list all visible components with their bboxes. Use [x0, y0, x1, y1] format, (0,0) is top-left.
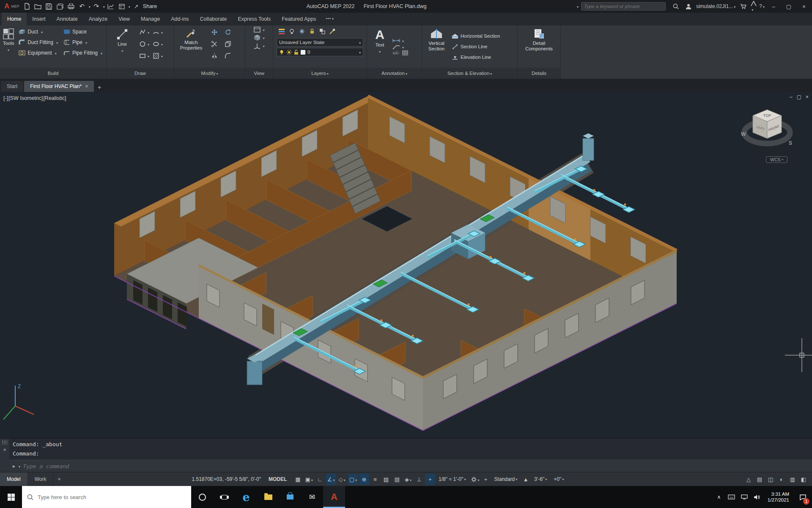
transparency-icon[interactable]: ▨	[381, 474, 391, 485]
view-panel-label[interactable]: View	[245, 68, 273, 79]
annotation-panel-label[interactable]: Annotation	[367, 68, 422, 79]
modify-panel-label[interactable]: Modify	[174, 68, 245, 79]
window-close-button[interactable]: ×	[798, 1, 810, 12]
more-tabs-button[interactable]	[321, 12, 337, 25]
autocad-taskbar-button[interactable]: A	[323, 486, 345, 508]
draw-panel-label[interactable]: Draw	[107, 68, 174, 79]
layer-thaw-sun-icon[interactable]	[286, 50, 292, 55]
detail-components-button[interactable]: Detail Components	[523, 26, 556, 67]
save-all-icon[interactable]	[55, 1, 65, 11]
layer-dropdown[interactable]: 0	[277, 48, 363, 56]
command-input-row[interactable]: ▸	[9, 460, 812, 472]
redo-dropdown-icon[interactable]	[102, 3, 105, 9]
undo-icon[interactable]: ↶	[77, 1, 87, 11]
clean-screen-icon[interactable]: ◧	[798, 474, 809, 485]
quick-access-dropdown-icon[interactable]	[128, 3, 130, 9]
rectangle-button[interactable]	[139, 52, 149, 59]
dynamic-input-icon[interactable]: +	[425, 474, 435, 485]
build-panel-label[interactable]: Build	[0, 68, 106, 79]
ribbon-tab-featured-apps[interactable]: Featured Apps	[276, 13, 321, 25]
touch-keyboard-button[interactable]	[725, 486, 738, 508]
mirror-button[interactable]	[211, 52, 218, 59]
rotate-button[interactable]	[225, 29, 231, 36]
viewcube-south-label[interactable]: S	[789, 140, 792, 146]
trim-button[interactable]	[211, 41, 218, 47]
viewport-restore-icon[interactable]: ▢	[797, 94, 801, 100]
window-restore-button[interactable]: ▢	[782, 1, 795, 12]
dimension-button[interactable]	[392, 38, 408, 44]
viewcube-west-label[interactable]: W	[741, 131, 746, 137]
layout-tab-work[interactable]: Work	[28, 472, 54, 486]
match-properties-button[interactable]: Match Properties	[176, 26, 206, 67]
drawing-canvas[interactable]	[0, 92, 812, 438]
signed-in-user[interactable]: simulate.02JI1...	[696, 3, 735, 9]
viewport-minimize-icon[interactable]: –	[790, 94, 793, 100]
text-button[interactable]: A Text	[369, 26, 391, 67]
task-view-button[interactable]	[213, 486, 235, 508]
pipe-button[interactable]: Pipe	[61, 37, 104, 47]
command-window-grip[interactable]	[0, 439, 9, 472]
layer-isolate-icon[interactable]	[318, 28, 326, 35]
search-icon[interactable]	[671, 1, 681, 11]
cut-plane-button[interactable]: 3'-6"	[531, 474, 550, 485]
viewcube[interactable]: W S TOP LEFT FRONT	[741, 103, 796, 154]
hatch-button[interactable]	[153, 52, 163, 59]
viewport-menu-control[interactable]: [-]	[3, 95, 8, 101]
selection-cycling-icon[interactable]: ▤	[392, 474, 402, 485]
network-button[interactable]	[738, 486, 751, 508]
elevation-button[interactable]: +0"	[550, 474, 567, 485]
space-button[interactable]: Space	[61, 26, 104, 37]
object-snap-tracking-icon[interactable]: ⊕	[359, 474, 369, 485]
ribbon-tab-view[interactable]: View	[113, 13, 135, 25]
ribbon-tab-home[interactable]: Home	[2, 13, 27, 25]
label-curve-button[interactable]: -LC-	[392, 50, 408, 55]
dynamic-ucs-icon[interactable]: ⊥	[414, 474, 424, 485]
ribbon-tab-analyze[interactable]: Analyze	[83, 13, 113, 25]
drawing-tab-first-floor-hvac-plan[interactable]: First Floor HVAC Plan*	[24, 81, 94, 92]
application-menu-logo[interactable]: A	[2, 2, 10, 11]
plot-chart-icon[interactable]	[106, 1, 116, 11]
horizontal-section-button[interactable]: Horizontal Section	[450, 31, 501, 41]
view-control[interactable]: [SW Isometric]	[8, 95, 43, 101]
model-viewport[interactable]: [-][SW Isometric][Realistic] – ▢ ×	[0, 92, 812, 438]
autodesk-app-icon[interactable]	[751, 1, 757, 12]
redo-icon[interactable]: ↷	[91, 1, 102, 11]
layer-properties-icon[interactable]	[277, 28, 286, 35]
close-tab-icon[interactable]	[85, 83, 88, 89]
open-file-icon[interactable]	[33, 1, 43, 11]
quick-properties-icon[interactable]: ▤	[754, 474, 765, 485]
isolate-objects-icon[interactable]: ◐	[776, 474, 787, 485]
duct-fitting-button[interactable]: Duct Fitting	[16, 37, 60, 47]
line-button[interactable]: Line	[108, 26, 136, 67]
drawing-tab-start[interactable]: Start	[1, 81, 23, 92]
isodraft-icon[interactable]: ◇	[337, 474, 347, 485]
grid-display-icon[interactable]: ▦	[293, 474, 303, 485]
undo-dropdown-icon[interactable]	[88, 3, 91, 9]
ucs-view-button[interactable]	[253, 42, 264, 49]
store-button[interactable]	[279, 486, 301, 508]
wcs-dropdown[interactable]: WCS	[766, 156, 787, 163]
keyword-search-field[interactable]	[581, 2, 666, 11]
visual-styles-button[interactable]	[253, 34, 264, 41]
add-scales-icon[interactable]: +	[481, 474, 491, 485]
vertical-section-button[interactable]: Vertical Section	[424, 26, 449, 67]
visual-style-control[interactable]: [Realistic]	[43, 95, 66, 101]
copy-button[interactable]	[225, 41, 231, 47]
cortana-button[interactable]	[191, 486, 213, 508]
file-explorer-button[interactable]	[257, 486, 279, 508]
user-avatar-icon[interactable]	[683, 1, 694, 11]
layer-color-swatch[interactable]	[301, 50, 305, 55]
new-file-icon[interactable]	[22, 1, 32, 11]
start-button[interactable]	[0, 486, 22, 508]
ribbon-tab-annotate[interactable]: Annotate	[51, 13, 83, 25]
window-minimize-button[interactable]: –	[767, 1, 780, 12]
layout-tab-model[interactable]: Model	[0, 472, 28, 486]
annotation-visibility-icon[interactable]: ▲	[521, 474, 531, 485]
coordinates-readout[interactable]: 1.51870E+03, -59'-5 5/8", 0'-0"	[192, 476, 261, 482]
action-center-button[interactable]: 1	[793, 486, 812, 508]
section-line-button[interactable]: Section Line	[450, 41, 501, 52]
share-button[interactable]: Share	[143, 3, 157, 9]
annotation-monitor-icon[interactable]: △	[743, 474, 754, 485]
ribbon-tab-insert[interactable]: Insert	[27, 13, 51, 25]
display-configuration-button[interactable]: Standard	[491, 474, 521, 485]
